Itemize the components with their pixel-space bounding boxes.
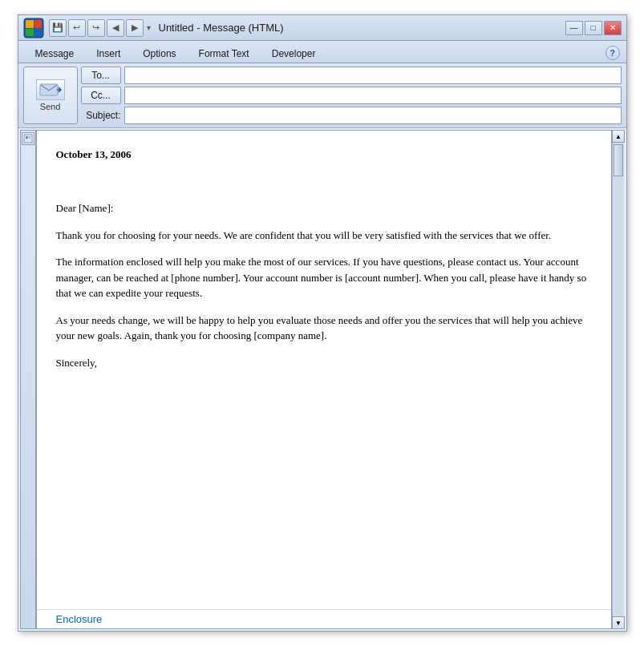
body-tool-button[interactable] — [22, 132, 34, 145]
office-logo — [23, 18, 44, 38]
email-blank1 — [56, 174, 592, 190]
email-content-container: October 13, 2006 Dear [Name]: Thank you … — [36, 130, 612, 629]
email-greeting: Dear [Name]: — [56, 200, 592, 216]
maximize-button[interactable]: □ — [585, 21, 602, 35]
minimize-button[interactable]: — — [565, 21, 583, 35]
subject-input[interactable] — [124, 107, 622, 124]
tab-options[interactable]: Options — [132, 44, 186, 63]
to-row: To... — [81, 67, 622, 84]
email-paragraph1: Thank you for choosing for your needs. W… — [56, 228, 592, 244]
scroll-down-button[interactable]: ▼ — [612, 616, 625, 629]
email-form: Send To... Cc... Subject: — [18, 63, 626, 128]
quick-access-toolbar: 💾 ↩ ↪ ◀ ▶ ▾ — [49, 19, 151, 37]
email-blank2 — [56, 382, 592, 398]
outlook-window: 💾 ↩ ↪ ◀ ▶ ▾ Untitled - Message (HTML) — … — [18, 14, 627, 632]
title-bar: 💾 ↩ ↪ ◀ ▶ ▾ Untitled - Message (HTML) — … — [18, 15, 626, 41]
tab-insert[interactable]: Insert — [86, 44, 131, 63]
save-button[interactable]: 💾 — [49, 19, 67, 37]
send-label: Send — [40, 102, 61, 111]
window-title: Untitled - Message (HTML) — [159, 22, 565, 34]
email-paragraph2: The information enclosed will help you m… — [56, 254, 592, 301]
scroll-up-button[interactable]: ▲ — [612, 130, 625, 143]
ribbon-nav: Message Insert Options Format Text Devel… — [18, 41, 626, 63]
svg-rect-3 — [26, 29, 34, 36]
svg-rect-2 — [34, 20, 42, 28]
cc-input[interactable] — [124, 87, 622, 104]
redo-button[interactable]: ↪ — [87, 19, 105, 37]
tab-format-text[interactable]: Format Text — [188, 44, 260, 63]
tab-message[interactable]: Message — [25, 44, 85, 63]
close-button[interactable]: ✕ — [604, 21, 622, 35]
to-button[interactable]: To... — [81, 67, 121, 84]
send-button[interactable]: Send — [23, 67, 78, 124]
svg-rect-4 — [34, 29, 42, 36]
help-button[interactable]: ? — [606, 46, 620, 60]
svg-rect-1 — [26, 20, 34, 28]
email-closing: Sincerely, — [56, 355, 592, 371]
email-paragraph3: As your needs change, we will be happy t… — [56, 313, 592, 344]
email-blank3 — [56, 409, 592, 425]
scrollbar: ▲ ▼ — [612, 130, 625, 629]
enclosure-link[interactable]: Enclosure — [37, 609, 611, 628]
cc-row: Cc... — [81, 87, 622, 104]
email-body[interactable]: October 13, 2006 Dear [Name]: Thank you … — [37, 131, 611, 609]
svg-rect-8 — [26, 136, 28, 139]
undo-button[interactable]: ↩ — [68, 19, 86, 37]
fields-area: To... Cc... Subject: — [81, 67, 622, 124]
subject-row: Subject: — [81, 107, 622, 124]
body-toolbar — [20, 130, 36, 629]
qat-dropdown[interactable]: ▾ — [147, 23, 151, 32]
email-date: October 13, 2006 — [56, 147, 592, 163]
window-controls: — □ ✕ — [565, 21, 622, 35]
body-wrapper: October 13, 2006 Dear [Name]: Thank you … — [18, 128, 626, 631]
forward-button[interactable]: ▶ — [126, 19, 144, 37]
svg-rect-9 — [29, 136, 30, 139]
tab-developer[interactable]: Developer — [261, 44, 326, 63]
scroll-track[interactable] — [613, 143, 624, 616]
subject-label: Subject: — [81, 110, 121, 121]
scroll-thumb[interactable] — [614, 144, 623, 176]
cc-button[interactable]: Cc... — [81, 87, 121, 104]
send-icon — [36, 79, 65, 100]
back-button[interactable]: ◀ — [107, 19, 124, 37]
to-input[interactable] — [124, 67, 622, 84]
